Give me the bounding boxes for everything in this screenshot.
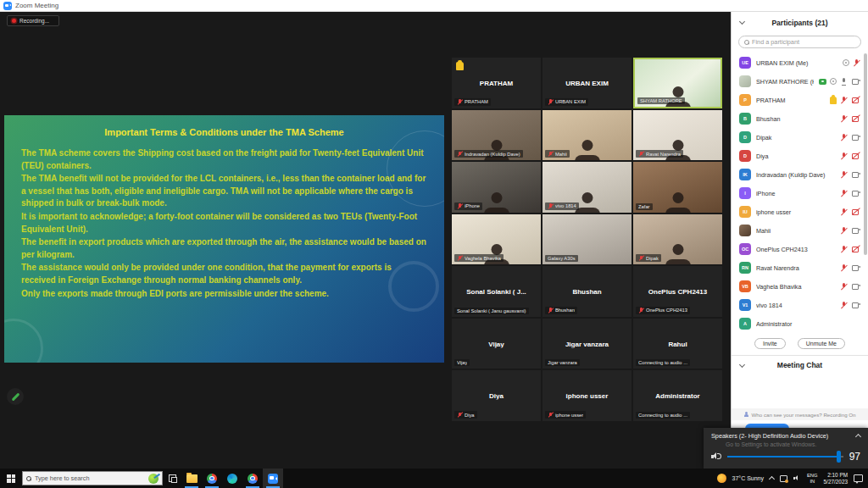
video-tile-active-speaker[interactable]: SHYAM RATHORE — [633, 58, 722, 108]
video-tile[interactable]: PRATHAM PRATHAM — [452, 58, 541, 108]
participant-row[interactable]: IK Indravadan (Kuldip Dave) — [732, 165, 868, 184]
tray-speaker-icon[interactable] — [793, 475, 801, 482]
clock[interactable]: 2:10 PM 5/27/2023 — [824, 472, 848, 485]
weather-sun-icon[interactable] — [717, 474, 726, 483]
mic-off-icon — [840, 171, 848, 179]
chevron-up-icon[interactable] — [855, 434, 861, 440]
video-tile[interactable]: Ravat Narendra — [633, 110, 722, 161]
video-tile[interactable]: URBAN EXIM URBAN EXIM — [542, 58, 632, 108]
participant-row[interactable]: V1 vivo 1814 — [732, 296, 868, 314]
participant-name: Mahii — [756, 227, 835, 235]
window-title: Zoom Meeting — [15, 2, 58, 9]
participant-row[interactable]: RN Ravat Narendra — [732, 258, 868, 277]
participants-header: Participants (21) — [732, 12, 868, 34]
video-tile[interactable]: Mahii — [542, 110, 632, 161]
video-tile[interactable]: Vaghela Bhavika — [452, 214, 541, 265]
taskbar-search[interactable]: Type here to search — [22, 471, 163, 485]
volume-slider[interactable] — [727, 456, 843, 458]
video-tile[interactable]: iphone usser iphone usser — [542, 370, 632, 421]
avatar: VB — [739, 280, 751, 292]
hidden-icons-chevron[interactable] — [769, 476, 775, 482]
participant-name: Dipak — [756, 134, 835, 141]
folder-icon — [186, 474, 198, 483]
participant-row[interactable]: UE URBAN EXIM (Me) — [732, 53, 868, 72]
participant-name: OnePlus CPH2413 — [756, 246, 835, 253]
participant-row[interactable]: B Bhushan — [732, 109, 868, 128]
action-center-icon[interactable] — [854, 474, 863, 482]
avatar — [739, 75, 751, 87]
meeting-chat-header: Meeting Chat — [732, 356, 868, 374]
avatar: P — [739, 94, 751, 106]
recording-indicator-icon — [830, 78, 837, 85]
participant-row[interactable]: A Administrator — [732, 314, 868, 333]
tile-name-label: Bhushan — [545, 307, 577, 314]
task-view-button[interactable] — [163, 474, 181, 482]
avatar: RN — [739, 262, 751, 274]
video-tile[interactable]: vivo 1814 — [542, 162, 632, 213]
participant-row[interactable]: D Diya — [732, 147, 868, 165]
participant-search[interactable] — [738, 36, 861, 48]
avatar: D — [739, 150, 751, 162]
language-indicator[interactable]: ENG IN — [807, 473, 818, 484]
participant-name: iPhone — [756, 190, 835, 197]
taskbar-app-chrome[interactable] — [202, 469, 222, 488]
tile-name-label: Jigar vanzara — [545, 359, 580, 366]
annotation-button[interactable] — [7, 388, 24, 405]
chat-privacy-note[interactable]: Who can see your messages? Recording On — [732, 408, 868, 420]
weather-text[interactable]: 37°C Sunny — [732, 475, 764, 481]
video-tile[interactable]: Vijay Vijay — [452, 319, 541, 369]
video-tile[interactable]: Jigar vanzara Jigar vanzara — [542, 319, 632, 369]
mic-off-icon — [548, 151, 554, 157]
video-tile[interactable]: Diya Diya — [452, 370, 541, 421]
chevron-down-icon[interactable] — [739, 362, 745, 368]
scrollbar[interactable] — [864, 53, 867, 255]
video-tile[interactable]: Sonal Solanki ( J... Sonal Solanki ( Jan… — [452, 266, 541, 317]
avatar: V1 — [739, 299, 751, 311]
participant-row[interactable]: SHYAM RATHORE (Host) — [732, 72, 868, 91]
volume-slider-handle[interactable] — [837, 451, 841, 463]
speaker-icon[interactable] — [711, 452, 721, 462]
participant-row[interactable]: VB Vaghela Bhavika — [732, 277, 868, 296]
recording-indicator[interactable]: Recording... — [7, 15, 59, 26]
video-tile[interactable]: Galaxy A30s — [542, 214, 632, 265]
mic-off-icon — [840, 302, 848, 309]
participant-name: Ravat Narendra — [756, 264, 835, 272]
taskbar-app-zoom[interactable] — [263, 469, 283, 488]
search-input[interactable] — [752, 38, 845, 46]
unmute-me-button[interactable]: Unmute Me — [798, 338, 845, 349]
participant-row[interactable]: Mahii — [732, 221, 868, 240]
chevron-down-icon[interactable] — [739, 19, 745, 25]
participant-row[interactable]: OC OnePlus CPH2413 — [732, 240, 868, 258]
invite-button[interactable]: Invite — [754, 338, 786, 349]
participant-row[interactable]: I iPhone — [732, 184, 868, 202]
taskbar-app-files[interactable] — [181, 469, 202, 488]
mic-off-icon — [840, 134, 848, 141]
video-tile[interactable]: OnePlus CPH2413 OnePlus CPH2413 — [633, 266, 722, 317]
camera-off-icon — [851, 97, 860, 103]
participant-row[interactable]: IU iphone usser — [732, 202, 868, 221]
tile-name-label: Connecting to audio ... — [636, 359, 690, 366]
video-tile[interactable]: Administrator Connecting to audio ... — [633, 370, 722, 421]
video-tile[interactable]: Rahul Connecting to audio ... — [633, 319, 722, 369]
avatar: B — [739, 113, 751, 125]
tile-name-label: Vijay — [454, 359, 470, 366]
participant-row[interactable]: P PRATHAM — [732, 91, 868, 109]
volume-fill — [727, 456, 837, 458]
video-tile[interactable]: Indravadan (Kuldip Dave) — [452, 110, 541, 161]
video-tile[interactable]: Zafar — [633, 162, 722, 213]
participant-name: Administrator — [756, 320, 855, 328]
video-tile[interactable]: Dipak — [633, 214, 722, 265]
video-tile[interactable]: iPhone — [452, 162, 541, 213]
tile-name-label: Mahii — [545, 150, 570, 158]
taskbar-app-edge[interactable] — [222, 469, 242, 488]
start-button[interactable] — [0, 469, 22, 488]
participant-video — [664, 244, 693, 264]
tile-display-name: Vijay — [452, 340, 541, 347]
tray-app-icon[interactable] — [780, 475, 787, 482]
meeting-stage: Recording... Important Terms & Condition… — [0, 12, 731, 469]
video-tile[interactable]: Bhushan Bhushan — [542, 266, 632, 317]
tile-name-label: iPhone — [454, 202, 482, 210]
camera-off-icon — [851, 115, 860, 122]
taskbar-app-chrome-2[interactable] — [242, 469, 263, 488]
participant-row[interactable]: D Dipak — [732, 128, 868, 147]
